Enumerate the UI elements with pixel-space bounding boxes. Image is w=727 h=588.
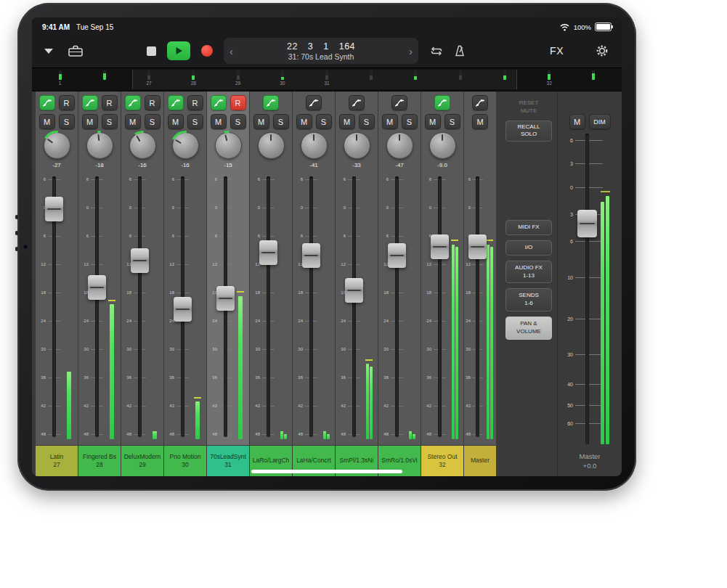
view-button-sends-1-6[interactable]: SENDS 1-6: [505, 288, 552, 311]
solo-button[interactable]: S: [230, 114, 246, 129]
mute-button[interactable]: M: [296, 114, 312, 129]
automation-button[interactable]: [349, 95, 365, 110]
overview-track-cell[interactable]: 31: [304, 70, 349, 91]
overview-track-cell[interactable]: 32: [527, 70, 572, 91]
record-enable-button[interactable]: R: [187, 95, 203, 110]
home-indicator[interactable]: [251, 470, 402, 473]
recall-solo-button[interactable]: RECALL SOLO: [505, 121, 552, 142]
solo-button[interactable]: S: [316, 114, 332, 129]
track-name-label[interactable]: Master: [464, 446, 496, 476]
automation-button[interactable]: [391, 95, 407, 110]
volume-fader[interactable]: [45, 197, 63, 221]
track-name-label[interactable]: Pno Motion30: [164, 446, 206, 476]
pan-knob[interactable]: [258, 132, 285, 159]
volume-fader[interactable]: [216, 286, 235, 311]
view-button-audio-fx-1-13[interactable]: AUDIO FX 1-13: [505, 261, 552, 284]
view-button-pan-volume[interactable]: PAN & VOLUME: [505, 317, 552, 340]
track-name-label[interactable]: Fingered Bs28: [78, 446, 121, 476]
stop-button[interactable]: [147, 46, 156, 56]
mute-button[interactable]: M: [472, 114, 488, 129]
automation-button[interactable]: [168, 95, 184, 110]
automation-button[interactable]: [82, 95, 98, 110]
overview-track-cell[interactable]: [82, 70, 126, 91]
mute-button[interactable]: M: [125, 114, 141, 129]
volume-fader[interactable]: [302, 243, 320, 268]
overview-track-cell[interactable]: 1: [38, 70, 82, 91]
mute-button[interactable]: M: [425, 114, 441, 129]
pan-knob[interactable]: [44, 132, 70, 159]
record-enable-button[interactable]: R: [102, 95, 118, 110]
overview-track-cell[interactable]: 28: [171, 70, 216, 91]
overview-track-cell[interactable]: [572, 70, 616, 91]
overview-track-cell[interactable]: [394, 70, 438, 91]
pan-knob[interactable]: [386, 132, 413, 159]
automation-button[interactable]: [434, 95, 450, 110]
solo-button[interactable]: S: [102, 114, 118, 129]
volume-fader[interactable]: [259, 240, 277, 265]
volume-fader[interactable]: [131, 248, 149, 273]
master-mute-button[interactable]: M: [569, 114, 585, 129]
record-enable-button[interactable]: R: [59, 95, 75, 110]
volume-fader[interactable]: [345, 278, 363, 303]
overview-track-cell[interactable]: [438, 70, 482, 91]
pan-knob[interactable]: [172, 132, 199, 159]
view-button-midi-fx[interactable]: MIDI FX: [505, 220, 552, 235]
pan-knob[interactable]: [129, 132, 156, 159]
settings-button[interactable]: [596, 44, 609, 57]
fx-button[interactable]: FX: [550, 45, 564, 57]
mute-button[interactable]: M: [211, 114, 227, 129]
solo-button[interactable]: S: [59, 114, 75, 129]
mute-button[interactable]: M: [39, 114, 55, 129]
play-button[interactable]: [167, 41, 190, 60]
volume-fader[interactable]: [431, 234, 449, 259]
pan-knob[interactable]: [215, 132, 242, 159]
mute-button[interactable]: M: [253, 114, 269, 129]
overview-track-cell[interactable]: 27: [126, 70, 171, 91]
tracks-view-button[interactable]: [44, 48, 54, 54]
track-name-label[interactable]: Latin27: [36, 446, 78, 476]
chevron-right-icon[interactable]: ›: [409, 46, 413, 57]
metronome-button[interactable]: [455, 45, 465, 57]
reset-mute-button[interactable]: RESET MUTE: [505, 97, 552, 118]
volume-fader[interactable]: [88, 275, 106, 300]
overview-track-cell[interactable]: 30: [260, 70, 304, 91]
overview-track-cell[interactable]: [349, 70, 394, 91]
track-name-label[interactable]: DeluxModern29: [121, 446, 163, 476]
track-overview-ruler[interactable]: 1272829303132: [32, 68, 622, 91]
track-name-label[interactable]: Stereo Out32: [421, 446, 463, 476]
record-button[interactable]: [201, 45, 213, 57]
overview-track-cell[interactable]: 29: [216, 70, 260, 91]
pan-knob[interactable]: [429, 132, 456, 159]
solo-button[interactable]: S: [273, 114, 289, 129]
solo-button[interactable]: S: [444, 114, 460, 129]
automation-button[interactable]: [472, 95, 488, 110]
overview-track-cell[interactable]: [482, 70, 527, 91]
volume-fader[interactable]: [174, 297, 192, 322]
solo-button[interactable]: S: [359, 114, 375, 129]
master-volume-fader[interactable]: [577, 210, 597, 237]
record-enable-button[interactable]: R: [145, 95, 161, 110]
volume-fader[interactable]: [388, 243, 406, 268]
mute-button[interactable]: M: [168, 114, 184, 129]
solo-button[interactable]: S: [187, 114, 203, 129]
automation-button[interactable]: [306, 95, 322, 110]
cycle-button[interactable]: [429, 46, 444, 56]
automation-button[interactable]: [125, 95, 141, 110]
mute-button[interactable]: M: [82, 114, 98, 129]
automation-button[interactable]: [211, 95, 227, 110]
solo-button[interactable]: S: [402, 114, 418, 129]
loop-browser-button[interactable]: [68, 45, 83, 57]
pan-knob[interactable]: [301, 132, 328, 159]
automation-button[interactable]: [39, 95, 55, 110]
record-enable-button[interactable]: R: [230, 95, 246, 110]
view-button-i-o[interactable]: I/O: [505, 240, 552, 256]
volume-fader[interactable]: [468, 234, 487, 259]
automation-button[interactable]: [263, 95, 279, 110]
track-name-label[interactable]: 70sLeadSynt31: [207, 446, 249, 476]
pan-knob[interactable]: [344, 132, 370, 159]
mute-button[interactable]: M: [339, 114, 355, 129]
mute-button[interactable]: M: [382, 114, 398, 129]
dim-button[interactable]: DIM: [589, 114, 611, 129]
pan-knob[interactable]: [86, 132, 113, 159]
solo-button[interactable]: S: [145, 114, 161, 129]
